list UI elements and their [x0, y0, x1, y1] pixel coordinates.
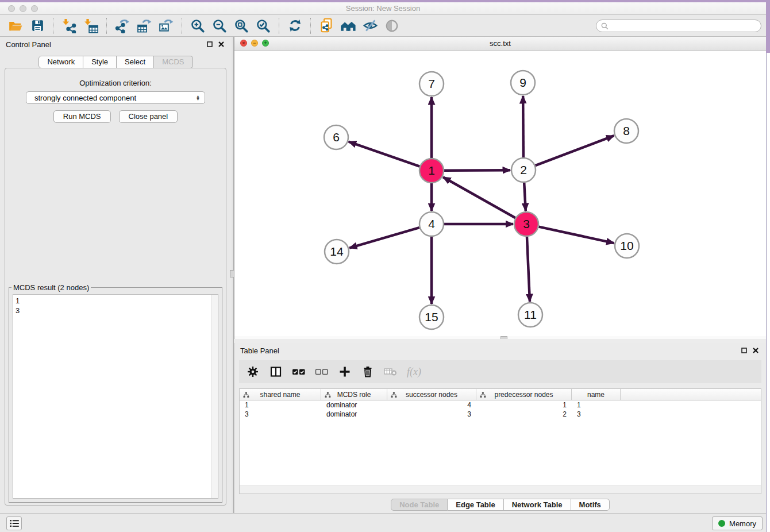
open-session-button[interactable]: [5, 17, 26, 34]
zoom-in-button[interactable]: [187, 17, 209, 34]
run-mcds-button[interactable]: Run MCDS: [53, 110, 111, 123]
clone-network-button[interactable]: [315, 17, 337, 34]
tab-node-table[interactable]: Node Table: [391, 499, 448, 511]
control-panel: Control Panel NetworkStyleSelectMCDS Opt…: [0, 37, 232, 513]
zoom-in-icon: [190, 18, 205, 33]
table-horizontal-scrollbar[interactable]: [240, 485, 761, 494]
mcds-result-textarea[interactable]: 1 3: [13, 294, 218, 499]
export-image-button[interactable]: [155, 17, 177, 34]
application-window: Session: New Session: [0, 2, 767, 532]
show-column-icon[interactable]: [269, 365, 283, 379]
export-table-button[interactable]: [133, 17, 155, 34]
list-icon: [10, 519, 19, 527]
status-bar: Memory: [0, 513, 766, 532]
save-session-button[interactable]: [26, 17, 48, 34]
float-table-panel-icon[interactable]: [740, 346, 749, 354]
cell-name: 1: [572, 400, 621, 410]
zoom-selected-icon: [256, 18, 271, 33]
table-panel-tabs: Node TableEdge TableNetwork TableMotifs: [234, 499, 766, 511]
hide-selected-button[interactable]: [359, 17, 381, 34]
column-header-name[interactable]: name: [572, 389, 621, 400]
graph-edge-2-8[interactable]: [536, 136, 614, 165]
graph-edge-2-9[interactable]: [523, 96, 523, 157]
graph-edge-3-10[interactable]: [538, 227, 614, 243]
tab-edge-table[interactable]: Edge Table: [448, 499, 503, 511]
zoom-out-icon: [212, 18, 227, 33]
unselect-all-checkboxes-icon[interactable]: [315, 365, 329, 379]
search-input[interactable]: [612, 22, 756, 30]
select-all-checkboxes-icon[interactable]: [292, 365, 306, 379]
import-table-button[interactable]: [80, 17, 102, 34]
column-header-predecessor-nodes[interactable]: predecessor nodes: [476, 389, 572, 400]
float-panel-icon[interactable]: [205, 40, 214, 48]
graph-node-label-4: 4: [428, 217, 435, 230]
tab-motifs[interactable]: Motifs: [571, 499, 610, 511]
control-tab-style[interactable]: Style: [83, 56, 117, 68]
refresh-view-button[interactable]: [284, 17, 306, 34]
graph-edge-3-1[interactable]: [443, 177, 515, 218]
table-body: 1dominator4113dominator323: [240, 400, 761, 419]
search-field[interactable]: [596, 20, 761, 32]
close-panel-button[interactable]: Close panel: [119, 110, 178, 123]
cell-name: 3: [572, 410, 621, 419]
search-icon: [601, 22, 609, 30]
cell-shared-name: 1: [240, 400, 321, 410]
table-row[interactable]: 3dominator323: [240, 410, 761, 419]
select-stepper-icon: ▲▼: [196, 95, 200, 101]
column-header-shared-name[interactable]: shared name: [240, 389, 321, 400]
column-type-icon: [243, 392, 249, 398]
eye-slash-icon: [363, 18, 378, 33]
graph-node-label-1: 1: [428, 164, 435, 177]
toolbar-separator: [53, 18, 53, 34]
network-view-window: × − + scc.txt 79681243141015: [234, 37, 766, 339]
network-title: scc.txt: [234, 39, 766, 48]
import-table-icon: [83, 18, 98, 33]
task-history-button[interactable]: [6, 516, 22, 530]
mcds-result-group: MCDS result (2 nodes) 1 3: [9, 283, 222, 503]
control-tab-network[interactable]: Network: [38, 56, 83, 68]
table-options-gear-icon[interactable]: [246, 365, 260, 379]
desktop-background-right: [766, 0, 770, 53]
cell-MCDS-role: dominator: [321, 410, 387, 419]
table-row[interactable]: 1dominator411: [240, 400, 761, 410]
graph-edge-2-3[interactable]: [524, 183, 526, 211]
network-canvas[interactable]: 7968124314101511: [234, 51, 766, 336]
zoom-fit-button[interactable]: [230, 17, 252, 34]
control-panel-tabs: NetworkStyleSelectMCDS: [0, 56, 232, 68]
graph-edge-1-2[interactable]: [444, 170, 510, 171]
zoom-selected-button[interactable]: [252, 17, 274, 34]
create-column-icon[interactable]: [338, 365, 352, 379]
open-folder-icon: [8, 18, 23, 33]
first-neighbors-button[interactable]: [337, 17, 359, 34]
show-all-eye-icon: [384, 18, 399, 33]
delete-table-icon-disabled: [384, 365, 398, 379]
table-panel-header: Table Panel: [234, 343, 766, 358]
cell-predecessor-nodes: 2: [476, 410, 572, 419]
export-table-icon: [137, 18, 152, 33]
control-panel-title: Control Panel: [6, 40, 51, 49]
close-table-panel-icon[interactable]: [751, 346, 760, 354]
tab-network-table[interactable]: Network Table: [504, 499, 571, 511]
graph-edge-1-6[interactable]: [349, 142, 420, 167]
import-network-button[interactable]: [58, 17, 80, 34]
column-header-successor-nodes[interactable]: successor nodes: [387, 389, 476, 400]
column-type-icon: [480, 392, 486, 398]
memory-button[interactable]: Memory: [712, 516, 763, 530]
control-tab-mcds[interactable]: MCDS: [154, 56, 192, 68]
export-network-button[interactable]: [111, 17, 133, 34]
zoom-fit-icon: [234, 18, 249, 33]
close-panel-icon[interactable]: [217, 40, 226, 48]
graph-edge-3-11[interactable]: [527, 237, 530, 302]
graph-node-label-15: 15: [425, 310, 438, 323]
control-tab-select[interactable]: Select: [117, 56, 154, 68]
column-header-MCDS-role[interactable]: MCDS role: [321, 389, 387, 400]
network-graph: 7968124314101511: [234, 51, 767, 336]
optimization-criterion-select[interactable]: strongly connected component ▲▼: [26, 91, 205, 104]
zoom-out-button[interactable]: [209, 17, 230, 34]
table-panel-title: Table Panel: [240, 346, 279, 355]
delete-columns-trash-icon[interactable]: [361, 365, 375, 379]
horizontal-splitter[interactable]: [234, 339, 766, 343]
toolbar-separator: [182, 18, 182, 34]
mcds-result-scrollbar[interactable]: [211, 295, 218, 498]
graph-edge-4-14[interactable]: [349, 228, 419, 248]
